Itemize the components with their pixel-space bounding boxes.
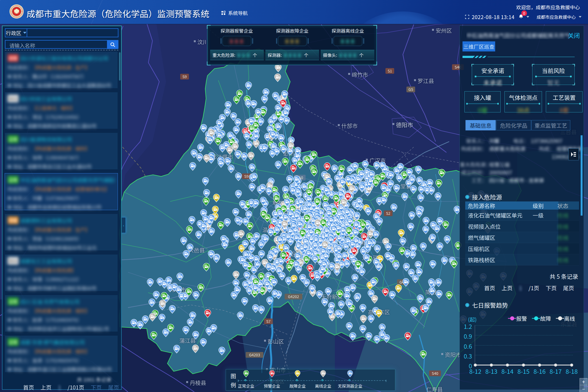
- svg-text:G4202: G4202: [288, 294, 299, 299]
- svg-text:仁寿县: 仁寿县: [426, 385, 443, 392]
- svg-text:S9: S9: [244, 173, 249, 179]
- svg-text:什邡市: 什邡市: [341, 122, 358, 130]
- svg-text:S2: S2: [386, 210, 390, 216]
- svg-text:S9: S9: [182, 74, 187, 79]
- svg-text:德阳市: 德阳市: [396, 121, 413, 129]
- svg-text:绵竹市: 绵竹市: [352, 71, 368, 78]
- svg-text:S7: S7: [266, 318, 271, 324]
- svg-text:G4203: G4203: [249, 352, 260, 357]
- svg-text:丹棱县: 丹棱县: [190, 379, 206, 387]
- svg-text:S1: S1: [388, 68, 392, 74]
- svg-text:S40: S40: [432, 370, 438, 376]
- svg-text:资阳市: 资阳市: [445, 351, 461, 359]
- svg-text:蒲江县: 蒲江县: [179, 336, 196, 344]
- svg-text:罗江县: 罗江县: [418, 77, 434, 85]
- svg-text:汶川: 汶川: [197, 38, 208, 46]
- svg-text:彭山区: 彭山区: [268, 337, 284, 345]
- svg-text:安州区: 安州区: [436, 26, 452, 34]
- svg-text:G5: G5: [408, 87, 413, 92]
